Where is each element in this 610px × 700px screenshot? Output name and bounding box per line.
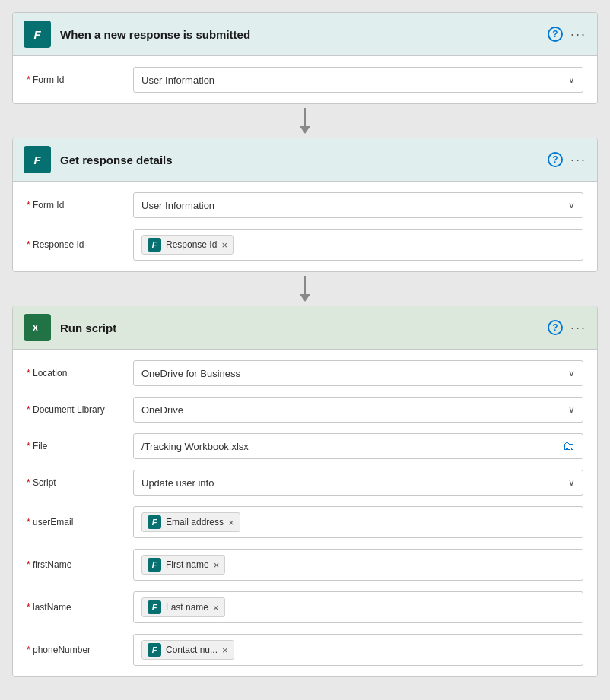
- get-response-form-id-arrow: ∨: [568, 200, 575, 211]
- trigger-card: F When a new response is submitted ? ···…: [12, 12, 598, 104]
- forms-icon-response: F: [24, 146, 51, 173]
- arrow-1-head: [300, 126, 310, 134]
- run-script-card: X Run script ? ··· * Location OneDrive f…: [12, 306, 598, 677]
- phonenumber-token-close[interactable]: ×: [222, 645, 228, 655]
- run-script-file-row: * File /Tracking Workbook.xlsx 🗂: [27, 433, 583, 459]
- get-response-response-id-field[interactable]: F Response Id ×: [133, 229, 583, 261]
- phonenumber-token-label: Contact nu...: [166, 645, 218, 655]
- get-response-help-icon[interactable]: ?: [548, 152, 563, 167]
- run-script-doclibrary-dropdown[interactable]: OneDrive ∨: [133, 397, 583, 423]
- run-script-useremail-row: * userEmail F Email address ×: [27, 506, 583, 538]
- run-script-card-body: * Location OneDrive for Business ∨ * Doc…: [13, 350, 597, 676]
- trigger-card-title: When a new response is submitted: [60, 28, 539, 41]
- run-script-script-value: Update user info: [141, 477, 214, 489]
- run-script-script-dropdown[interactable]: Update user info ∨: [133, 470, 583, 496]
- get-response-header-actions: ? ···: [548, 152, 586, 168]
- run-script-help-icon[interactable]: ?: [548, 320, 563, 335]
- trigger-more-icon[interactable]: ···: [570, 27, 586, 43]
- phonenumber-token-icon: F: [148, 643, 161, 657]
- useremail-token-close[interactable]: ×: [228, 518, 234, 527]
- run-script-header-actions: ? ···: [548, 320, 586, 336]
- get-response-card: F Get response details ? ··· * Form Id U…: [12, 138, 598, 272]
- run-script-script-row: * Script Update user info ∨: [27, 470, 583, 496]
- arrow-2-head: [300, 294, 310, 302]
- run-script-card-title: Run script: [60, 321, 539, 334]
- trigger-form-id-value: User Information: [141, 74, 214, 86]
- get-response-response-id-label: * Response Id: [27, 239, 125, 250]
- run-script-useremail-label: * userEmail: [27, 517, 125, 527]
- response-id-token-icon: F: [148, 238, 161, 252]
- run-script-phonenumber-row: * phoneNumber F Contact nu... ×: [27, 634, 583, 666]
- lastname-token-close[interactable]: ×: [213, 603, 219, 613]
- get-response-form-id-label: * Form Id: [27, 200, 125, 211]
- run-script-location-value: OneDrive for Business: [141, 368, 240, 379]
- run-script-location-dropdown[interactable]: OneDrive for Business ∨: [133, 360, 583, 386]
- arrow-2: [300, 272, 310, 306]
- get-response-response-id-row: * Response Id F Response Id ×: [27, 229, 583, 261]
- trigger-header-actions: ? ···: [548, 27, 586, 43]
- lastname-token-label: Last name: [166, 602, 208, 613]
- run-script-location-arrow: ∨: [568, 368, 575, 379]
- get-response-card-header: F Get response details ? ···: [13, 138, 597, 182]
- trigger-help-icon[interactable]: ?: [548, 27, 563, 42]
- run-script-script-label: * Script: [27, 477, 125, 488]
- run-script-firstname-label: * firstName: [27, 559, 125, 570]
- firstname-token-label: First name: [166, 559, 209, 570]
- get-response-form-id-value: User Information: [141, 200, 214, 211]
- trigger-card-body: * Form Id User Information ∨: [13, 56, 597, 103]
- run-script-file-input[interactable]: /Tracking Workbook.xlsx 🗂: [133, 433, 583, 459]
- run-script-doclibrary-arrow: ∨: [568, 404, 575, 415]
- run-script-firstname-row: * firstName F First name ×: [27, 549, 583, 581]
- run-script-phonenumber-label: * phoneNumber: [27, 645, 125, 655]
- phonenumber-token: F Contact nu... ×: [141, 640, 234, 660]
- trigger-form-id-label: * Form Id: [27, 74, 125, 85]
- excel-icon-run-script: X: [24, 314, 51, 341]
- flow-container: F When a new response is submitted ? ···…: [12, 12, 598, 677]
- run-script-location-label: * Location: [27, 368, 125, 379]
- run-script-file-value: /Tracking Workbook.xlsx: [141, 441, 249, 452]
- get-response-card-body: * Form Id User Information ∨ * Response …: [13, 182, 597, 271]
- run-script-file-label: * File: [27, 441, 125, 451]
- forms-icon-trigger: F: [24, 21, 51, 48]
- trigger-form-id-row: * Form Id User Information ∨: [27, 67, 583, 93]
- response-id-token-label: Response Id: [166, 239, 217, 250]
- lastname-token: F Last name ×: [141, 597, 225, 617]
- run-script-useremail-field[interactable]: F Email address ×: [133, 506, 583, 538]
- response-id-token-close[interactable]: ×: [221, 240, 227, 250]
- run-script-lastname-label: * lastName: [27, 602, 125, 613]
- run-script-location-row: * Location OneDrive for Business ∨: [27, 360, 583, 386]
- file-picker-icon[interactable]: 🗂: [563, 439, 575, 453]
- trigger-form-id-arrow: ∨: [568, 74, 575, 85]
- get-response-form-id-dropdown[interactable]: User Information ∨: [133, 192, 583, 218]
- run-script-card-header: X Run script ? ···: [13, 306, 597, 350]
- run-script-phonenumber-field[interactable]: F Contact nu... ×: [133, 634, 583, 666]
- run-script-doclibrary-row: * Document Library OneDrive ∨: [27, 397, 583, 423]
- run-script-firstname-field[interactable]: F First name ×: [133, 549, 583, 581]
- run-script-lastname-row: * lastName F Last name ×: [27, 591, 583, 623]
- get-response-more-icon[interactable]: ···: [570, 152, 586, 168]
- run-script-doclibrary-label: * Document Library: [27, 404, 125, 415]
- firstname-token-icon: F: [148, 558, 161, 572]
- run-script-doclibrary-value: OneDrive: [141, 404, 183, 416]
- trigger-card-header: F When a new response is submitted ? ···: [13, 13, 597, 56]
- svg-text:X: X: [33, 323, 39, 334]
- arrow-1: [300, 104, 310, 138]
- useremail-token-icon: F: [148, 515, 161, 529]
- run-script-more-icon[interactable]: ···: [570, 320, 586, 336]
- useremail-token-label: Email address: [166, 517, 224, 527]
- get-response-card-title: Get response details: [60, 154, 539, 166]
- arrow-2-line: [304, 276, 306, 294]
- useremail-token: F Email address ×: [141, 512, 240, 532]
- response-id-token: F Response Id ×: [141, 235, 234, 255]
- arrow-1-line: [304, 108, 306, 126]
- firstname-token-close[interactable]: ×: [214, 560, 220, 570]
- trigger-form-id-dropdown[interactable]: User Information ∨: [133, 67, 583, 93]
- run-script-script-arrow: ∨: [568, 477, 575, 488]
- get-response-form-id-row: * Form Id User Information ∨: [27, 192, 583, 218]
- run-script-lastname-field[interactable]: F Last name ×: [133, 591, 583, 623]
- firstname-token: F First name ×: [141, 555, 225, 575]
- lastname-token-icon: F: [148, 600, 161, 614]
